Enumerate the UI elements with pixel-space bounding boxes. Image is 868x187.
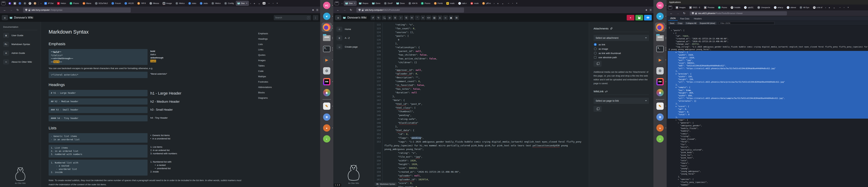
browser-tab[interactable]: Repos	[357, 1, 370, 6]
json-line[interactable]: "micro",	[668, 146, 868, 149]
json-line[interactable]: ▼ "tags": {	[668, 119, 868, 121]
heading-icon[interactable]: H	[409, 15, 414, 20]
pinned-tab[interactable]: ᗢ	[28, 1, 32, 5]
browser-tab[interactable]: 922a7bfc2	[93, 1, 110, 6]
tracking-shield-icon[interactable]	[359, 9, 361, 11]
dock-item-terminal[interactable]: $_• • •	[322, 44, 332, 54]
clear-format-icon[interactable]: ⊘	[387, 15, 392, 20]
json-line[interactable]: "md5": "5e52cd1194c8204ab9ba444d04e8cd12…	[668, 65, 868, 67]
dock-item-settings[interactable]: ⚙	[322, 66, 332, 75]
browser-tab[interactable]: PPsono	[420, 1, 432, 6]
json-line[interactable]: "pink_body",	[668, 151, 868, 154]
editor-line[interactable]: 137 "comment_count": 0,	[374, 79, 589, 83]
close-button[interactable]: ×	[847, 6, 849, 9]
pinned-tab[interactable]: ʬ	[33, 1, 37, 5]
json-line[interactable]: "bubble",	[668, 130, 868, 133]
dock-item-video-editor[interactable]: ▶•	[655, 55, 665, 65]
radio-input[interactable]	[594, 52, 597, 54]
editor-line[interactable]: 140 "duration": null	[374, 91, 589, 95]
undo-icon[interactable]: ↺	[371, 15, 375, 20]
browser-tab[interactable]: ᐱFemb	[432, 1, 444, 6]
tracking-shield-icon[interactable]	[25, 9, 27, 11]
browser-tab[interactable]: Grgb(52,	[743, 5, 755, 10]
close-button[interactable]: ×	[516, 2, 517, 4]
redo-icon[interactable]: ↻	[376, 15, 381, 20]
menu-icon[interactable]: ☰	[649, 9, 652, 11]
browser-tab[interactable]: ▤E621 - E	[688, 5, 702, 10]
viewer-tab-json[interactable]: JSON	[668, 16, 678, 21]
link-icon[interactable]: ∞	[443, 15, 448, 20]
json-line[interactable]: "solo",	[668, 159, 868, 162]
editor-line[interactable]: 130 "has_children": false,	[374, 53, 589, 57]
browser-tab[interactable]: ✉mailc	[445, 1, 456, 6]
dock-item-text-editor[interactable]: ✎•	[322, 102, 332, 111]
dock-item-vc-app[interactable]: VC•	[655, 1, 665, 10]
json-line[interactable]: },	[668, 70, 868, 73]
tab-close-icon[interactable]: ×	[246, 2, 247, 4]
url-bar[interactable]: wiki.furry.computer/-/help/syntax	[23, 7, 131, 13]
json-line[interactable]: "change_seq": 263714,	[668, 43, 868, 45]
json-line[interactable]: "mammal"	[668, 184, 868, 186]
tab-counter-badge[interactable]: 89	[262, 2, 266, 4]
search-input[interactable]: Search /	[274, 15, 311, 20]
browser-tab[interactable]: ᗢa lot of	[811, 5, 824, 10]
tab-list-dropdown-icon[interactable]: ⌄	[500, 2, 505, 5]
save-button[interactable]	[636, 15, 643, 21]
url-bar[interactable]: wiki.furry.computer/E621/Pools/edit#	[356, 7, 464, 13]
editor-line[interactable]: 157 "height": 1920,	[374, 162, 589, 166]
json-line[interactable]: },	[668, 102, 868, 105]
editor-line[interactable]: 156 "width": 1920,	[374, 159, 589, 162]
editor-line[interactable]: 125 "pools": [	[374, 34, 589, 38]
json-line[interactable]: "pink_text",	[668, 156, 868, 159]
json-line[interactable]: "width": 850,	[668, 95, 868, 97]
applications-menu[interactable]: Applications	[669, 1, 681, 3]
tab-close-icon[interactable]: ×	[354, 2, 355, 4]
json-line[interactable]: "url": "https://static1.e621.phoenix/dat…	[668, 67, 868, 70]
dock-item-media-app[interactable]: ●•	[322, 123, 332, 133]
restore-button[interactable]: ▫	[273, 2, 273, 4]
json-line[interactable]: "updated_at": "2026-01-15T23:20:13.498-0…	[668, 40, 868, 43]
browser-tab[interactable]: ◎IP Dat	[43, 1, 55, 6]
extensions-icon[interactable]: ❖	[312, 9, 314, 11]
json-line[interactable]: ▼ "species": [	[668, 178, 868, 181]
dock-item-telegram[interactable]: ➤•	[655, 11, 665, 21]
json-line[interactable]: "ambiguous_gender",	[668, 124, 868, 127]
toc-item[interactable]: Headings	[258, 36, 272, 42]
dock-item-text-editor[interactable]: ✎•	[655, 102, 665, 111]
extensions-icon[interactable]: ❖	[645, 9, 648, 11]
editor-line[interactable]: 153 "tags": "1:1 2025 ambiguous_gender b…	[374, 140, 589, 151]
browser-tab[interactable]: ʕConfig	[223, 1, 235, 6]
sidebar-item-user-guide[interactable]: ▤User Guide	[3, 33, 37, 38]
scroll-tabs-right-icon[interactable]: ›	[249, 2, 252, 5]
editor-line[interactable]: 123 "fav_count": 0,	[374, 27, 589, 31]
json-line[interactable]: ▼ "preview": {	[668, 73, 868, 75]
json-line[interactable]: "height": 850,	[668, 91, 868, 95]
back-button[interactable]: ←	[335, 8, 341, 11]
editor-line[interactable]: 160 "uploader": null,	[374, 174, 589, 178]
editor-line[interactable]: 144 "html_class": [	[374, 106, 589, 110]
json-line[interactable]: },	[668, 83, 868, 86]
browser-tab[interactable]: ▣Image	[161, 1, 174, 6]
browser-tab[interactable]: ʕDonP	[382, 1, 394, 6]
editor-line[interactable]: 143 "html_id": "post_0",	[374, 102, 589, 106]
wikilink-select[interactable]: Select an page to link	[593, 98, 649, 104]
minimize-button[interactable]: –	[268, 2, 270, 4]
dock-item-chat-app[interactable]: ◗	[322, 134, 332, 144]
toc-item[interactable]: Quotes	[258, 52, 272, 58]
dock-item-vc-app[interactable]: VC•	[322, 1, 332, 10]
browser-tab[interactable]: istatu	[187, 1, 198, 6]
editor-line[interactable]: 150 "html_data": {	[374, 128, 589, 132]
cancel-button[interactable]: ×	[627, 15, 634, 21]
json-line[interactable]: "tag_string": "1:1 2025 ambiguous_gender…	[668, 45, 868, 51]
toc-item[interactable]: Abbreviations	[258, 84, 272, 90]
json-line[interactable]: "url": "https://static1.e621.phoenix/dat…	[668, 97, 868, 100]
editor-line[interactable]: 159 "created_at": "2026-01-15T23:20:13.4…	[374, 170, 589, 174]
forward-button[interactable]: →	[675, 12, 681, 15]
dock-item-file-manager[interactable]: • •	[322, 33, 332, 43]
json-line[interactable]: "down": 0,	[668, 111, 868, 113]
browser-tab[interactable]: ʕWelco	[210, 1, 222, 6]
browser-tab[interactable]: PPsono	[68, 1, 81, 6]
browser-tab[interactable]: ▤Images	[674, 5, 687, 10]
browser-tab[interactable]: Don×	[344, 1, 357, 6]
json-line[interactable]: "crying",	[668, 135, 868, 138]
